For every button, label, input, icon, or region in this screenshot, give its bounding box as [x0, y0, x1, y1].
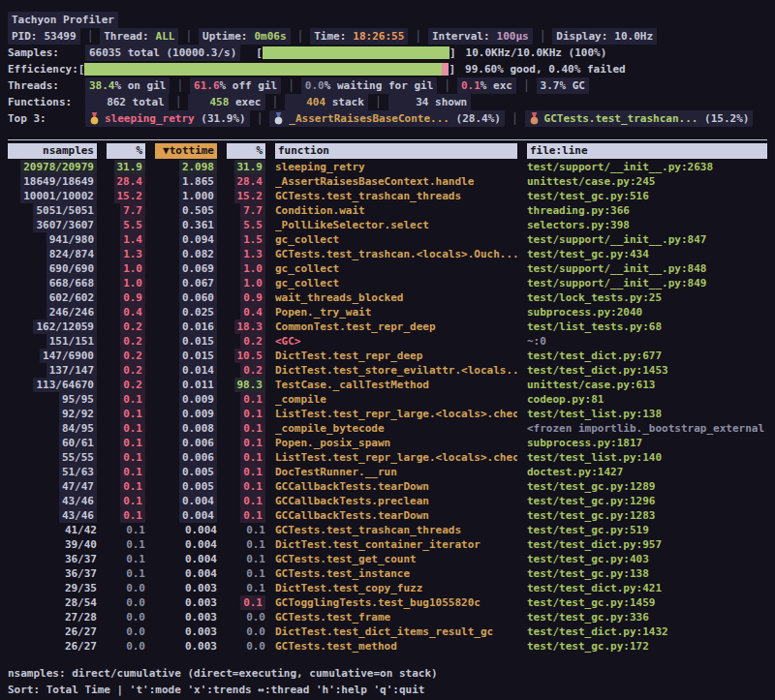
cell-value: 43/46	[59, 494, 97, 508]
pid-value: 53499	[45, 28, 77, 45]
cell-value: 0.004	[185, 553, 217, 565]
nsamples-cell: 27/28	[8, 610, 97, 624]
direct-pct-cell: 0.1	[107, 465, 145, 479]
cell-value: GCTogglingTests.test_bug1055820c	[275, 596, 480, 609]
fileline-cell: <frozen importlib._bootstrap_external	[527, 421, 767, 436]
cell-value: 668/668	[46, 276, 97, 290]
function-cell: DocTestRunner.__run	[275, 465, 517, 479]
table-row: 10001/1000215.21.00015.2GCTests.test_tra…	[8, 189, 767, 203]
direct-pct-cell: 0.1	[107, 421, 145, 436]
display-value: 10.0Hz	[614, 28, 653, 45]
cell-value: 7.7	[240, 203, 265, 218]
cumulative-pct-cell: 10.5	[227, 349, 265, 363]
cell-value: 0.1	[240, 508, 265, 523]
cell-value: 0.1	[240, 450, 265, 465]
tottime-cell: 0.008	[155, 421, 217, 436]
fileline-cell: codeop.py:81	[527, 392, 767, 407]
function-cell: GCTests.test_trashcan_threads	[275, 189, 517, 203]
tottime-cell: 0.361	[155, 218, 217, 232]
cell-value: 27/28	[65, 611, 97, 624]
header-direct-pct: %	[107, 143, 145, 159]
separator: │	[175, 94, 182, 110]
cell-value: 3607/3607	[33, 218, 97, 232]
cell-value: 602/602	[46, 290, 97, 305]
tottime-cell: 0.009	[155, 407, 217, 421]
cell-value: 0.1	[120, 494, 145, 508]
cumulative-pct-cell: 0.1	[227, 523, 265, 537]
tottime-cell: 0.003	[155, 624, 217, 639]
cumulative-pct-cell: 0.1	[227, 479, 265, 494]
efficiency-bar-fail	[442, 63, 450, 76]
direct-pct-cell: 0.0	[107, 581, 145, 595]
fileline-cell: test/test_dict.py:421	[527, 581, 767, 595]
cell-value: 1.0	[120, 261, 145, 276]
thread-field: Thread:ALL	[100, 28, 178, 45]
cell-value: <frozen importlib._bootstrap_external	[527, 422, 764, 435]
function-cell: GCTests.test_method	[275, 639, 517, 654]
direct-pct-cell: 0.1	[107, 436, 145, 450]
cell-value: test/support/__init__.py:849	[527, 277, 706, 289]
cumulative-pct-cell: 0.1	[227, 508, 265, 523]
table-row: 27/280.00.0030.0GCTests.test_frametest/t…	[8, 610, 767, 624]
time-value: 18:26:55	[353, 28, 404, 45]
terminal-screen[interactable]: Tachyon Profiler PID:53499 │ Thread:ALL …	[0, 0, 775, 698]
cell-value: test/support/__init__.py:848	[527, 262, 706, 275]
cell-value: 5.5	[240, 218, 265, 232]
table-row: 39/400.10.0040.1DictTest.test_container_…	[8, 537, 767, 552]
cell-value: test/test_dict.py:677	[527, 350, 662, 362]
fileline-cell: test/test_list.py:138	[527, 407, 767, 421]
tottime-cell: 0.067	[155, 276, 217, 290]
direct-pct-cell: 0.0	[107, 595, 145, 610]
tottime-cell: 0.004	[155, 494, 217, 508]
tottime-cell: 0.025	[155, 305, 217, 320]
functions-exec: 458 exec	[188, 94, 264, 110]
cell-value: 0.2	[120, 363, 145, 378]
cell-value: 0.1	[240, 595, 265, 610]
cell-value: 0.1	[240, 392, 265, 407]
cumulative-pct-cell: 0.0	[227, 639, 265, 654]
cumulative-pct-cell: 0.2	[227, 334, 265, 349]
cumulative-pct-cell: 0.1	[227, 494, 265, 508]
cell-value: 0.1	[240, 421, 265, 436]
cell-value: 98.3	[234, 378, 266, 392]
cell-value: 113/64670	[33, 378, 97, 392]
cell-value: 0.0	[126, 611, 145, 624]
cell-value: 0.9	[120, 290, 145, 305]
cumulative-pct-cell: 1.0	[227, 261, 265, 276]
function-cell: GCTogglingTests.test_bug1055820c	[275, 595, 517, 610]
cell-value: ~:0	[527, 335, 546, 348]
cell-value: 28.4	[114, 174, 146, 189]
function-cell: wait_threads_blocked	[275, 290, 517, 305]
cell-value: 0.004	[185, 538, 217, 551]
cell-value: test/test_dict.py:1453	[527, 364, 668, 377]
cumulative-pct-cell: 0.1	[227, 552, 265, 566]
cumulative-pct-cell: 0.1	[227, 421, 265, 436]
fileline-cell: test/test_dict.py:1432	[527, 624, 767, 639]
header-cumulative-pct: %	[227, 143, 265, 159]
nsamples-cell: 92/92	[8, 407, 97, 421]
nsamples-cell: 137/147	[8, 363, 97, 378]
function-cell: GCTests.test_get_count	[275, 552, 517, 566]
cell-value: GCTests.test_trashcan.<locals>.Ouch....	[275, 248, 517, 260]
cell-value: 0.4	[240, 305, 265, 320]
fileline-cell: test/test_gc.py:1283	[527, 508, 767, 523]
cell-value: _compile_bytecode	[275, 422, 385, 435]
nsamples-cell: 95/95	[8, 392, 97, 407]
threads-label: Threads:	[8, 77, 85, 94]
cell-value: doctest.py:1427	[527, 466, 623, 478]
cell-value: test/test_gc.py:172	[527, 640, 649, 653]
interval-field: Interval:100μs	[428, 28, 533, 45]
fileline-cell: test/test_gc.py:434	[527, 247, 767, 261]
cell-value: 0.006	[179, 436, 217, 450]
cell-value: 47/47	[59, 479, 97, 494]
cell-value: CommonTest.test_repr_deep	[275, 320, 436, 333]
cell-value: test/test_list.py:138	[527, 408, 662, 420]
cell-value: GCTests.test_frame	[275, 611, 390, 624]
cell-value: 0.015	[179, 334, 217, 349]
separator: │	[87, 28, 94, 45]
fileline-cell: subprocess.py:1817	[527, 436, 767, 450]
cell-value: _compile	[275, 393, 326, 406]
fileline-cell: test/test_gc.py:138	[527, 566, 767, 581]
cell-value: 0.2	[120, 349, 145, 363]
cell-value: 10001/10002	[20, 189, 97, 203]
